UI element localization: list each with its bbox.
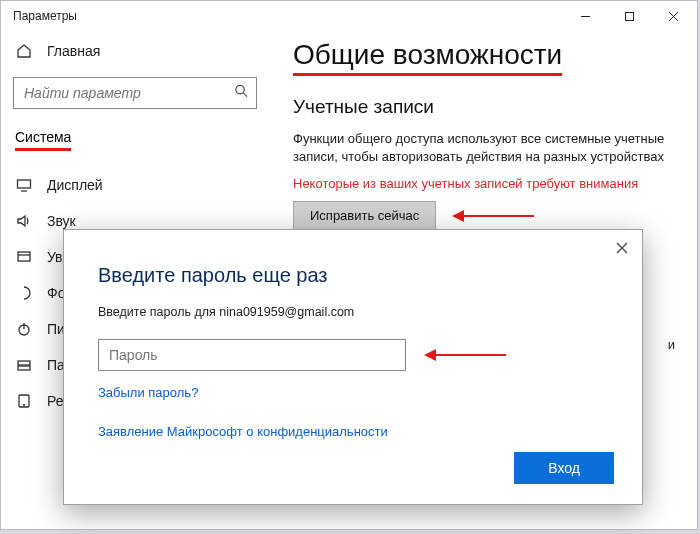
accounts-warning: Некоторые из ваших учетных записей требу… <box>293 176 673 191</box>
nav-home[interactable]: Главная <box>1 35 269 67</box>
svg-rect-12 <box>18 361 30 365</box>
privacy-link[interactable]: Заявление Майкрософт о конфиденциальност… <box>98 424 608 439</box>
storage-icon <box>15 357 33 373</box>
password-input[interactable] <box>98 339 406 371</box>
nav-label: Дисплей <box>47 177 103 193</box>
svg-rect-6 <box>18 180 31 188</box>
svg-rect-8 <box>18 252 30 261</box>
nav-label: Звук <box>47 213 76 229</box>
sound-icon <box>15 213 33 229</box>
fix-now-button[interactable]: Исправить сейчас <box>293 201 436 230</box>
section-desc: Функции общего доступа используют все си… <box>293 130 673 166</box>
tablet-icon <box>15 393 33 409</box>
settings-window: Параметры Главная <box>0 0 698 530</box>
svg-point-4 <box>236 85 244 93</box>
svg-rect-13 <box>18 366 30 370</box>
annotation-arrow-icon <box>452 210 542 222</box>
home-icon <box>15 43 33 59</box>
svg-line-5 <box>243 93 247 97</box>
section-title-accounts: Учетные записи <box>293 96 673 118</box>
power-icon <box>15 321 33 337</box>
cutoff-text: и <box>668 337 675 352</box>
nav-item-display[interactable]: Дисплей <box>1 167 269 203</box>
focus-icon <box>15 285 33 301</box>
maximize-button[interactable] <box>607 1 651 31</box>
search-input[interactable] <box>13 77 257 109</box>
page-title: Общие возможности <box>293 39 673 76</box>
password-row <box>98 339 608 371</box>
dialog-title: Введите пароль еще раз <box>98 264 608 287</box>
window-title: Параметры <box>13 9 77 23</box>
nav-home-label: Главная <box>47 43 100 59</box>
forgot-password-link[interactable]: Забыли пароль? <box>98 385 608 400</box>
nav-category-label: Система <box>15 129 71 151</box>
annotation-arrow-icon <box>424 349 514 361</box>
svg-rect-1 <box>625 12 633 20</box>
sign-in-button[interactable]: Вход <box>514 452 614 484</box>
search-wrap <box>13 77 257 109</box>
minimize-button[interactable] <box>563 1 607 31</box>
nav-category: Система <box>1 123 269 161</box>
display-icon <box>15 177 33 193</box>
dialog-close-button[interactable] <box>616 240 628 257</box>
dialog-subtitle: Введите пароль для nina091959@gmail.com <box>98 305 608 319</box>
close-window-button[interactable] <box>651 1 695 31</box>
titlebar: Параметры <box>1 1 697 31</box>
password-dialog: Введите пароль еще раз Введите пароль дл… <box>63 229 643 505</box>
fix-row: Исправить сейчас <box>293 201 673 230</box>
search-icon <box>234 84 249 103</box>
notifications-icon <box>15 249 33 265</box>
